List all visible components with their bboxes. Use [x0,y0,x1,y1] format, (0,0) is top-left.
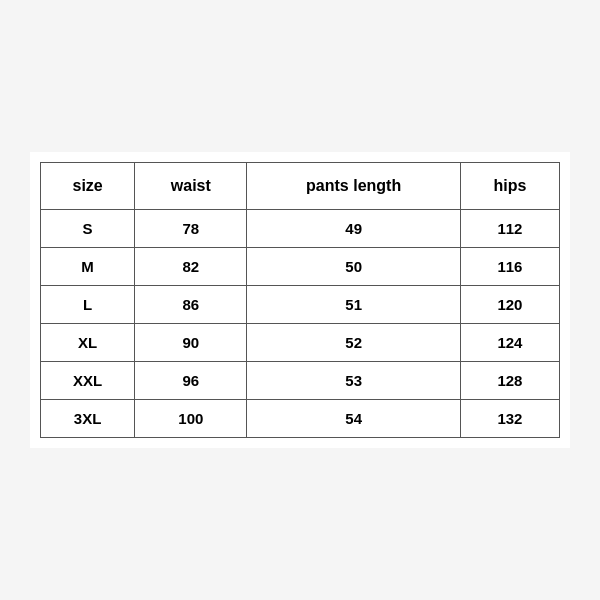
cell-pants_length: 51 [247,286,460,324]
cell-hips: 120 [460,286,559,324]
col-header-waist: waist [135,163,247,210]
table-row: S7849112 [41,210,560,248]
cell-pants_length: 54 [247,400,460,438]
size-chart-container: size waist pants length hips S7849112M82… [30,152,570,448]
cell-waist: 100 [135,400,247,438]
cell-waist: 82 [135,248,247,286]
cell-hips: 124 [460,324,559,362]
cell-pants_length: 50 [247,248,460,286]
cell-waist: 96 [135,362,247,400]
cell-hips: 116 [460,248,559,286]
cell-pants_length: 49 [247,210,460,248]
table-row: M8250116 [41,248,560,286]
table-row: XXL9653128 [41,362,560,400]
col-header-pants-length: pants length [247,163,460,210]
cell-size: M [41,248,135,286]
col-header-hips: hips [460,163,559,210]
table-row: 3XL10054132 [41,400,560,438]
cell-size: XXL [41,362,135,400]
cell-size: L [41,286,135,324]
cell-waist: 90 [135,324,247,362]
cell-hips: 128 [460,362,559,400]
table-row: XL9052124 [41,324,560,362]
col-header-size: size [41,163,135,210]
cell-waist: 86 [135,286,247,324]
cell-pants_length: 53 [247,362,460,400]
cell-size: 3XL [41,400,135,438]
cell-size: S [41,210,135,248]
cell-pants_length: 52 [247,324,460,362]
cell-hips: 112 [460,210,559,248]
table-header-row: size waist pants length hips [41,163,560,210]
table-row: L8651120 [41,286,560,324]
cell-waist: 78 [135,210,247,248]
size-chart-table: size waist pants length hips S7849112M82… [40,162,560,438]
cell-size: XL [41,324,135,362]
cell-hips: 132 [460,400,559,438]
